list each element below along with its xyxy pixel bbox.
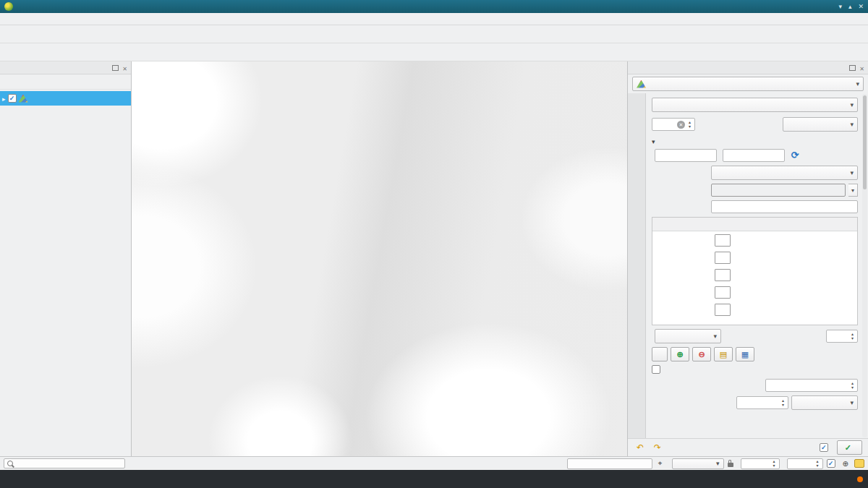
qgis-app-icon [4,2,13,11]
export-color-map-icon [741,350,749,359]
load-color-map-icon [720,350,727,359]
collapse-arrow-icon [652,137,655,145]
apply-check-icon [845,443,851,453]
messages-icon[interactable] [854,459,864,468]
table-header [652,218,857,231]
color-swatch[interactable] [715,304,731,316]
spin-arrows-icon[interactable] [771,459,778,468]
menubar [0,13,868,25]
datasource-digitizing-toolbar [0,43,868,61]
minimize-icon[interactable] [838,1,842,12]
scale-select[interactable] [672,458,724,469]
color-map-table[interactable] [652,217,858,325]
min-input[interactable] [655,149,717,162]
add-value-button[interactable] [671,347,689,361]
rotation-spin[interactable] [787,458,823,469]
undock-panel-icon[interactable] [849,65,856,71]
close-icon[interactable] [858,1,864,12]
taskbar [0,470,868,488]
layers-panel [0,61,132,456]
expander-icon[interactable] [2,93,6,103]
locate-input[interactable] [4,458,125,468]
scrollbar[interactable] [862,94,867,437]
interpolation-select[interactable] [711,166,858,180]
particle-traces [132,61,627,456]
magnifier-spin[interactable] [741,458,780,469]
max-tail-length-spin[interactable] [736,396,788,409]
extents-icon[interactable] [656,459,665,468]
styling-footer [628,438,868,456]
mode-select[interactable] [655,329,721,343]
map-canvas[interactable] [132,61,628,456]
load-color-map-button[interactable] [714,347,733,361]
color-ramp-menu-icon[interactable] [848,184,858,197]
classes-spin [826,330,858,343]
search-icon [7,461,13,466]
color-swatch[interactable] [715,269,731,281]
close-panel-icon[interactable] [859,64,864,72]
layer-visibility-checkbox[interactable] [8,94,17,103]
table-row[interactable] [652,266,857,283]
classify-button[interactable] [652,347,668,361]
spin-arrows-icon[interactable] [686,120,693,129]
remove-value-icon [698,350,705,359]
particles-count-spin[interactable] [765,379,858,392]
line-width-spin[interactable] [652,118,695,131]
window-titlebar[interactable] [0,0,868,13]
crs-button[interactable] [843,459,851,468]
close-panel-icon[interactable] [122,64,127,72]
layer-styling-panel [628,61,868,456]
renderer-select[interactable] [652,98,858,112]
live-update-checkbox[interactable] [820,443,828,452]
main-area [0,61,868,456]
coordinate-input[interactable] [567,458,652,469]
style-undo-icon[interactable] [634,442,647,453]
layers-panel-header [0,61,131,74]
color-ramp-preview[interactable] [711,184,846,197]
styling-layer-select[interactable] [632,77,864,91]
table-row[interactable] [652,249,857,266]
color-swatch[interactable] [715,252,731,264]
crs-icon [843,459,848,468]
color-ramp-shader-group-header[interactable] [652,137,858,145]
styling-tab-strip [628,93,646,438]
undock-panel-icon[interactable] [112,65,119,71]
mesh-layer-icon [19,95,28,103]
window-buttons [838,1,864,12]
apply-button[interactable] [837,440,862,455]
coloring-method-select[interactable] [783,117,858,132]
spin-arrows-icon[interactable] [849,381,856,390]
style-redo-icon[interactable] [651,442,664,453]
table-row[interactable] [652,231,857,249]
main-toolbar [0,25,868,43]
maximize-icon[interactable] [848,1,852,12]
styling-panel-header [628,61,868,74]
mesh-layer-icon [637,80,646,88]
max-input[interactable] [723,149,785,162]
table-row[interactable] [652,283,857,301]
color-swatch[interactable] [715,286,731,299]
export-color-map-button[interactable] [736,347,754,361]
clear-value-icon[interactable] [677,121,685,129]
render-checkbox[interactable] [827,459,835,468]
styling-content [646,93,868,438]
clip-out-of-range-checkbox[interactable] [652,365,660,374]
color-swatch[interactable] [715,234,731,247]
tail-unit-select[interactable] [791,395,858,410]
spin-arrows-icon[interactable] [780,398,786,407]
qgis-window [0,0,868,488]
lock-scale-icon[interactable] [728,463,733,467]
layers-toolbar [0,74,131,90]
notification-badge[interactable] [857,476,863,482]
layer-item[interactable] [0,91,131,106]
label-unit-suffix-input[interactable] [711,200,858,213]
status-bar [0,456,868,470]
remove-value-button[interactable] [692,347,711,361]
layer-tree [0,90,131,456]
table-row[interactable] [652,301,857,318]
spin-arrows-icon[interactable] [814,459,821,468]
add-value-icon [676,350,683,359]
spin-arrows-icon [849,332,856,341]
scrollbar-thumb[interactable] [863,95,867,189]
reload-min-max-icon[interactable] [788,149,802,162]
